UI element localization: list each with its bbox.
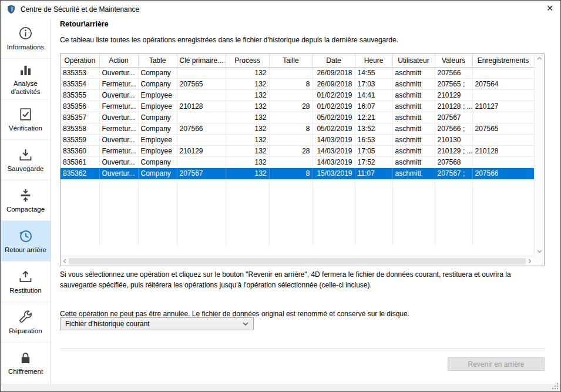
- chevron-down-icon: [243, 322, 248, 326]
- column-header-process[interactable]: Process: [226, 54, 269, 67]
- sidebar-item-sauvegarde[interactable]: Sauvegarde: [1, 140, 51, 180]
- log-source-value: Fichier d'historique courant: [65, 320, 150, 328]
- close-icon[interactable]: ✕: [546, 4, 553, 12]
- table-cell: 207567: [435, 112, 472, 123]
- table-empty-row: [61, 234, 534, 246]
- table-cell: 207567 ;: [435, 167, 472, 179]
- table-cell: Employee: [138, 145, 177, 156]
- table-cell: 210127: [472, 100, 534, 112]
- table-empty-row: [61, 179, 534, 190]
- sidebar-item-chiffrement[interactable]: Chiffrement: [1, 343, 51, 383]
- table-row[interactable]: 835362Ouvertur...Company207567132815/03/…: [61, 167, 534, 179]
- table-row[interactable]: 835353Ouvertur...Company13226/09/201814:…: [61, 67, 534, 78]
- table-cell: Company: [138, 67, 177, 78]
- table-cell: 01/02/2019: [313, 100, 355, 112]
- sidebar-item-verification[interactable]: Vérification: [1, 99, 51, 140]
- table-cell: 8: [269, 123, 313, 134]
- resize-grip[interactable]: [552, 383, 559, 390]
- vertical-scrollbar[interactable]: [534, 54, 544, 256]
- sidebar-item-label: Analyse d'activités: [5, 80, 47, 96]
- table-row[interactable]: 835357Ouvertur...Company13205/02/201912:…: [61, 112, 534, 123]
- table-row[interactable]: 835360Fermetur...Employee2101291322814/0…: [61, 145, 534, 156]
- sidebar-item-informations[interactable]: Informations: [1, 18, 51, 59]
- sidebar-item-reparation[interactable]: Réparation: [1, 302, 51, 343]
- table-cell: Company: [138, 78, 177, 89]
- table-cell: 835358: [61, 123, 99, 134]
- column-header-operation[interactable]: Opération: [61, 54, 99, 67]
- scrollbar-thumb[interactable]: [69, 258, 526, 264]
- table-cell: [269, 89, 313, 100]
- table-row[interactable]: 835358Fermetur...Company207566132805/02/…: [61, 123, 534, 134]
- table-cell: 132: [226, 112, 269, 123]
- table-cell: 210128: [472, 145, 534, 156]
- table-cell: aschmitt: [392, 100, 435, 112]
- titlebar[interactable]: Centre de Sécurité et de Maintenance ✕: [1, 1, 560, 18]
- table-row[interactable]: 835359Ouvertur...Employee13214/03/201916…: [61, 134, 534, 145]
- rollback-warning-text: Cette opération ne peut pas être annulée…: [60, 310, 409, 318]
- table-cell: 207565: [472, 123, 534, 134]
- column-header-date[interactable]: Date: [313, 54, 355, 67]
- table-cell: [177, 112, 226, 123]
- table-cell: 207567: [177, 167, 226, 179]
- column-header-user[interactable]: Utilisateur: [392, 54, 435, 67]
- activity-chart-icon: [18, 62, 33, 78]
- table-cell: [177, 134, 226, 145]
- table-row[interactable]: 835354Fermetur...Company207565132826/09/…: [61, 78, 534, 89]
- table-cell: 14:55: [355, 67, 392, 78]
- sidebar-item-analyse-activites[interactable]: Analyse d'activités: [1, 59, 51, 99]
- table-cell: aschmitt: [392, 167, 435, 179]
- scroll-right-icon[interactable]: [528, 259, 532, 264]
- sidebar-item-compactage[interactable]: Compactage: [1, 180, 51, 221]
- table-description: Ce tableau liste toutes les opérations e…: [60, 36, 398, 44]
- info-icon: [18, 25, 33, 42]
- sidebar-item-label: Retour arrière: [5, 246, 46, 254]
- table-cell: [269, 112, 313, 123]
- column-header-table[interactable]: Table: [138, 54, 177, 67]
- table-cell: 26/09/2018: [313, 67, 355, 78]
- table-cell: 210130: [435, 134, 472, 145]
- scroll-down-icon[interactable]: [537, 250, 542, 253]
- page-title: Retour\arrière: [60, 20, 109, 28]
- table-row[interactable]: 835361Ouvertur...Company13214/03/201917:…: [61, 156, 534, 167]
- horizontal-scrollbar[interactable]: [61, 256, 534, 266]
- table-cell: 14/03/2019: [313, 145, 355, 156]
- scrollbar-corner: [534, 256, 544, 266]
- sidebar-item-restitution[interactable]: Restitution: [1, 262, 51, 302]
- table-cell: [177, 156, 226, 167]
- table-cell: aschmitt: [392, 123, 435, 134]
- table-cell: 835353: [61, 67, 99, 78]
- sidebar-item-retour-arriere[interactable]: Retour arrière: [1, 221, 51, 262]
- table-cell: 16:53: [355, 134, 392, 145]
- table-cell: 207566: [435, 67, 472, 78]
- column-header-values[interactable]: Valeurs: [435, 54, 472, 67]
- table-cell: [472, 67, 534, 78]
- column-header-size[interactable]: Taille: [269, 54, 313, 67]
- table-cell: aschmitt: [392, 67, 435, 78]
- table-cell: 26/09/2018: [313, 78, 355, 89]
- table-cell: 210129: [177, 145, 226, 156]
- table-row[interactable]: 835356Fermetur...Employee2101281322801/0…: [61, 100, 534, 112]
- rollback-button[interactable]: Revenir en arrière: [448, 357, 545, 371]
- log-source-select[interactable]: Fichier d'historique courant: [60, 317, 254, 330]
- table-cell: Company: [138, 167, 177, 179]
- scroll-up-icon[interactable]: [537, 56, 542, 60]
- table-cell: 207566 ;: [435, 123, 472, 134]
- backup-download-icon: [18, 147, 33, 163]
- sidebar-item-label: Restitution: [9, 287, 41, 295]
- table-cell: 16:07: [355, 100, 392, 112]
- table-cell: 210128 ; ...: [435, 100, 472, 112]
- table-cell: Employee: [138, 89, 177, 100]
- table-cell: Ouvertur...: [99, 89, 138, 100]
- table-row[interactable]: 835355Ouvertur...Employee13201/02/201914…: [61, 89, 534, 100]
- column-header-action[interactable]: Action: [99, 54, 138, 67]
- table-empty-row: [61, 201, 534, 212]
- scroll-left-icon[interactable]: [63, 259, 66, 264]
- table-cell: Ouvertur...: [99, 134, 138, 145]
- column-header-primary-key[interactable]: Clé primaire...: [177, 54, 226, 67]
- column-header-time[interactable]: Heure: [355, 54, 392, 67]
- column-header-records[interactable]: Enregistrements: [472, 54, 534, 67]
- main-content: Retour\arrière Ce tableau liste toutes l…: [52, 18, 560, 384]
- rollback-info-text: Si vous sélectionnez une opération et cl…: [60, 269, 539, 290]
- table-cell: 210129 ; ...: [435, 145, 472, 156]
- divider: [60, 349, 545, 349]
